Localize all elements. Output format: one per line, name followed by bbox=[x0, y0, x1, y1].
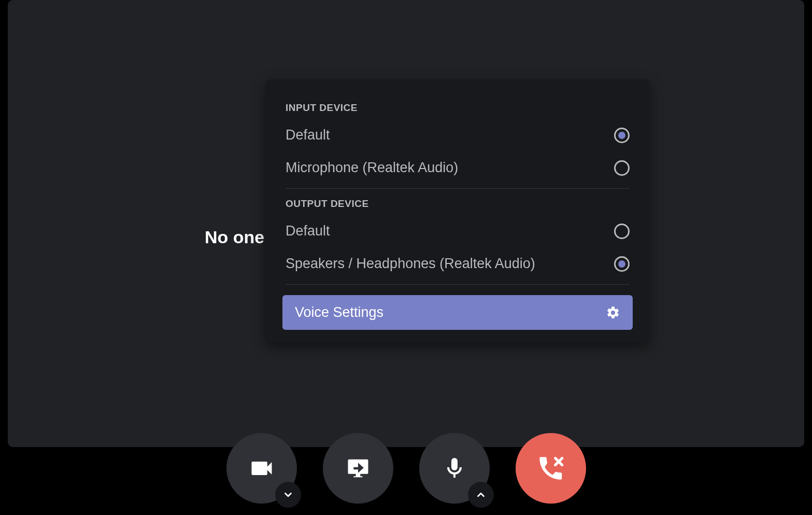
voice-settings-button[interactable]: Voice Settings bbox=[282, 295, 633, 330]
output-option-speakers[interactable]: Speakers / Headphones (Realtek Audio) bbox=[278, 247, 637, 280]
input-option-label: Default bbox=[286, 127, 330, 143]
call-controls bbox=[0, 433, 812, 504]
input-option-label: Microphone (Realtek Audio) bbox=[286, 160, 458, 176]
video-button[interactable] bbox=[226, 433, 297, 504]
divider bbox=[286, 284, 630, 285]
disconnect-icon bbox=[537, 455, 564, 482]
input-option-default[interactable]: Default bbox=[278, 119, 637, 151]
voice-settings-label: Voice Settings bbox=[295, 304, 383, 321]
video-options-button[interactable] bbox=[275, 482, 301, 508]
microphone-icon bbox=[442, 456, 467, 481]
chevron-up-icon bbox=[475, 489, 487, 500]
output-device-header: Output Device bbox=[278, 189, 637, 215]
radio-icon bbox=[614, 128, 630, 143]
disconnect-button[interactable] bbox=[516, 433, 586, 504]
gear-icon bbox=[606, 305, 620, 320]
screenshare-icon bbox=[345, 455, 372, 482]
output-option-label: Speakers / Headphones (Realtek Audio) bbox=[286, 256, 535, 272]
radio-icon bbox=[614, 256, 630, 272]
mic-button[interactable] bbox=[419, 433, 490, 504]
output-option-default[interactable]: Default bbox=[278, 215, 637, 247]
chevron-down-icon bbox=[282, 489, 294, 500]
video-icon bbox=[248, 455, 275, 482]
radio-icon bbox=[614, 224, 630, 239]
mic-options-button[interactable] bbox=[468, 482, 494, 508]
screenshare-button[interactable] bbox=[323, 433, 393, 504]
input-device-header: Input Device bbox=[278, 93, 637, 119]
call-stage: No one Input Device Default Microphone (… bbox=[8, 0, 804, 447]
empty-state-text: No one bbox=[205, 227, 264, 247]
radio-icon bbox=[614, 160, 630, 176]
input-option-mic[interactable]: Microphone (Realtek Audio) bbox=[278, 151, 637, 184]
output-option-label: Default bbox=[286, 223, 330, 239]
audio-device-popup: Input Device Default Microphone (Realtek… bbox=[266, 79, 649, 342]
